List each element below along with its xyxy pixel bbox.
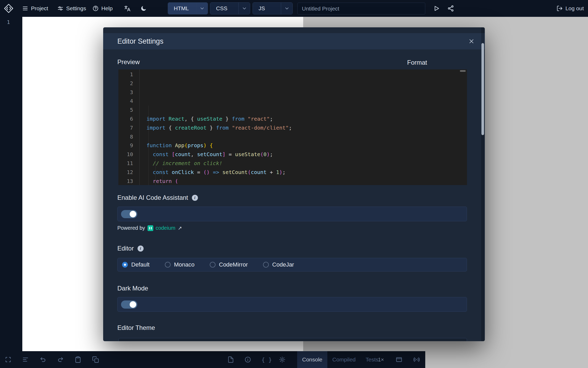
info-icon[interactable] bbox=[244, 351, 251, 368]
code-preview: 12345678910111213 import React, { useSta… bbox=[118, 69, 467, 185]
sliders-icon bbox=[57, 5, 64, 12]
bottom-bar: { } Console Compiled Tests 1× bbox=[0, 351, 425, 368]
copy-icon[interactable] bbox=[92, 351, 99, 368]
format-button[interactable]: Format bbox=[407, 59, 427, 66]
radio-option-codemirror[interactable]: CodeMirror bbox=[210, 261, 248, 268]
powered-by: Powered by codeium ↗ bbox=[117, 225, 182, 231]
toggle-knob bbox=[130, 301, 136, 308]
radio-label: CodeJar bbox=[272, 261, 294, 268]
external-link-icon: ↗ bbox=[178, 225, 182, 231]
html-button-label[interactable]: HTML bbox=[168, 3, 196, 14]
preview-label: Preview bbox=[117, 58, 140, 66]
code-preview-lines: import React, { useState } from "react";… bbox=[139, 69, 467, 185]
radio-circle[interactable] bbox=[165, 262, 171, 268]
line-number: 1 bbox=[7, 19, 10, 25]
editor-line-gutter: 1 bbox=[0, 17, 22, 351]
paste-icon[interactable] bbox=[75, 351, 81, 368]
preview-window-icon[interactable] bbox=[396, 351, 402, 368]
zoom-level[interactable]: 1× bbox=[378, 351, 384, 368]
indent-guide bbox=[148, 106, 149, 185]
ai-assistant-toggle[interactable] bbox=[121, 210, 137, 218]
radio-label: Monaco bbox=[174, 261, 195, 268]
menu-settings[interactable]: Settings bbox=[57, 0, 86, 17]
radio-circle[interactable] bbox=[122, 262, 128, 268]
gear-icon[interactable] bbox=[279, 351, 286, 368]
chevron-down-icon[interactable] bbox=[238, 3, 250, 14]
dark-mode-heading-label: Dark Mode bbox=[117, 285, 148, 292]
menu-project[interactable]: Project bbox=[22, 0, 48, 17]
close-icon[interactable] bbox=[469, 38, 474, 44]
modal-scrollbar-thumb[interactable] bbox=[481, 43, 484, 135]
dark-mode-heading: Dark Mode bbox=[117, 285, 148, 292]
redo-icon[interactable] bbox=[57, 351, 64, 368]
editor-theme-select[interactable] bbox=[118, 338, 467, 341]
menu-project-label: Project bbox=[31, 5, 48, 12]
project-name-input[interactable] bbox=[297, 3, 425, 14]
js-editor-button[interactable]: JS bbox=[253, 2, 293, 14]
tab-console[interactable]: Console bbox=[297, 351, 327, 368]
logout-button[interactable]: Log out bbox=[556, 0, 584, 17]
share-icon[interactable] bbox=[447, 0, 454, 17]
radio-option-codejar[interactable]: CodeJar bbox=[263, 261, 294, 268]
tab-console-label: Console bbox=[302, 356, 322, 363]
css-button-label[interactable]: CSS bbox=[210, 3, 238, 14]
radio-circle[interactable] bbox=[263, 262, 269, 268]
indent-guide bbox=[155, 150, 156, 185]
ai-toggle-row bbox=[117, 207, 467, 221]
code-scrollbar[interactable] bbox=[460, 70, 466, 72]
dark-mode-moon-icon[interactable] bbox=[140, 0, 147, 17]
editor-choice-row: Default Monaco CodeMirror CodeJar bbox=[117, 258, 467, 272]
hamburger-icon bbox=[22, 5, 28, 12]
tab-tests-label: Tests bbox=[366, 356, 379, 363]
ai-assistant-heading-label: Enable AI Code Assistant bbox=[117, 194, 188, 201]
chevron-down-icon[interactable] bbox=[196, 3, 208, 14]
modal-header: Editor Settings bbox=[103, 33, 485, 49]
file-icon[interactable] bbox=[227, 351, 234, 368]
menu-help-label: Help bbox=[101, 5, 113, 12]
codeium-logo-icon bbox=[148, 225, 153, 231]
info-icon[interactable]: i bbox=[138, 246, 144, 252]
undo-icon[interactable] bbox=[40, 351, 46, 368]
menu-settings-label: Settings bbox=[66, 5, 86, 12]
js-button-label[interactable]: JS bbox=[253, 3, 281, 14]
dark-mode-toggle-row bbox=[117, 297, 467, 312]
translate-icon[interactable] bbox=[124, 0, 131, 17]
radio-option-default[interactable]: Default bbox=[122, 261, 150, 268]
help-circle-icon bbox=[92, 5, 99, 12]
editor-heading-label: Editor bbox=[117, 245, 134, 252]
logout-icon bbox=[556, 5, 563, 12]
logout-label: Log out bbox=[565, 5, 584, 12]
top-bar: Project Settings Help HTML CSS JS bbox=[0, 0, 588, 17]
tab-compiled[interactable]: Compiled bbox=[327, 351, 361, 368]
app-logo[interactable] bbox=[4, 0, 14, 17]
braces-icon[interactable]: { } bbox=[261, 351, 272, 368]
menu-help[interactable]: Help bbox=[92, 0, 113, 17]
format-lines-icon[interactable] bbox=[22, 351, 29, 368]
dark-mode-toggle[interactable] bbox=[121, 300, 137, 309]
live-broadcast-icon[interactable] bbox=[413, 351, 420, 368]
indent-guide bbox=[162, 168, 163, 185]
run-play-icon[interactable] bbox=[433, 0, 440, 17]
info-icon[interactable]: i bbox=[192, 195, 198, 201]
tab-compiled-label: Compiled bbox=[332, 356, 356, 363]
select-tool-icon[interactable] bbox=[5, 351, 12, 368]
radio-label: CodeMirror bbox=[219, 261, 248, 268]
radio-circle[interactable] bbox=[210, 262, 216, 268]
css-editor-button[interactable]: CSS bbox=[210, 2, 250, 14]
radio-label: Default bbox=[131, 261, 150, 268]
powered-by-label: Powered by bbox=[117, 225, 145, 231]
console-tabs: Console Compiled Tests bbox=[297, 351, 384, 368]
code-preview-gutter: 12345678910111213 bbox=[118, 69, 139, 185]
editor-theme-heading: Editor Theme bbox=[117, 324, 155, 331]
chevron-down-icon[interactable] bbox=[281, 3, 292, 14]
radio-option-monaco[interactable]: Monaco bbox=[165, 261, 195, 268]
ai-assistant-heading: Enable AI Code Assistant i bbox=[117, 194, 198, 201]
toggle-knob bbox=[130, 211, 136, 217]
editor-theme-heading-label: Editor Theme bbox=[117, 324, 155, 331]
editor-heading: Editor i bbox=[117, 245, 144, 252]
editor-settings-modal: Editor Settings Preview Format 123456789… bbox=[103, 27, 485, 341]
html-editor-button[interactable]: HTML bbox=[168, 2, 208, 14]
modal-title: Editor Settings bbox=[117, 37, 164, 45]
codeium-link[interactable]: codeium bbox=[156, 225, 176, 231]
